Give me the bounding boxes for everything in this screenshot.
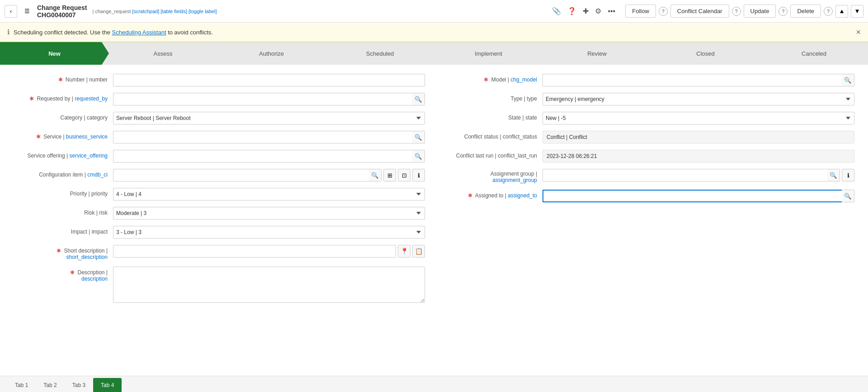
hamburger-button[interactable]: ☰ — [21, 5, 33, 18]
assignment-group-field-wrapper: ITSM Engineering 🔍 ℹ — [542, 169, 854, 182]
form-right: ✱ Model | chg_model 🔍 Type | type Emerge… — [443, 74, 854, 309]
progress-step-closed[interactable]: Closed — [651, 42, 760, 65]
settings-button[interactable]: ⚙ — [595, 7, 601, 15]
assignment-group-info-button[interactable]: ℹ — [842, 169, 854, 182]
scheduling-assistant-link[interactable]: Scheduling Assistant — [112, 29, 166, 36]
assigned-to-search-button[interactable]: 🔍 — [842, 190, 854, 202]
alert-message: Scheduling conflict detected. Use the Sc… — [14, 29, 213, 36]
priority-row: Priority | priority 4 - Low | 4 — [14, 188, 425, 201]
help-circle-button[interactable]: ❓ — [567, 7, 576, 15]
model-search-button[interactable]: 🔍 — [842, 74, 854, 86]
follow-help-button[interactable]: ? — [659, 7, 668, 16]
short-description-label: ✱ Short description | short_description — [14, 245, 113, 260]
description-textarea[interactable] — [113, 267, 425, 303]
progress-step-canceled[interactable]: Canceled — [760, 42, 868, 65]
header-left: ‹ ☰ Change Request CHG0040007 | change_r… — [5, 4, 217, 19]
back-button[interactable]: ‹ — [5, 5, 17, 18]
state-select[interactable]: New | -5 — [542, 112, 854, 124]
alert-icon: ℹ — [7, 28, 10, 36]
config-item-row: Configuration item | cmdb_ci Application… — [14, 169, 425, 182]
risk-row: Risk | risk Moderate | 3 — [14, 207, 425, 220]
description-row: ✱ Description | description — [14, 267, 425, 303]
more-button[interactable]: ••• — [608, 7, 615, 15]
progress-step-authorize[interactable]: Authorize — [217, 42, 326, 65]
service-input[interactable] — [113, 131, 412, 143]
short-description-input[interactable] — [113, 245, 396, 258]
requested-by-search-button[interactable]: 🔍 — [412, 93, 425, 105]
nav-up-button[interactable]: ▲ — [835, 5, 848, 18]
header-action-buttons: Follow ? Conflict Calendar ? Update ? De… — [625, 5, 863, 18]
table-fields-link[interactable]: [table fields] — [160, 9, 187, 14]
config-item-input[interactable]: ApplicationServerPeopleSoft — [113, 169, 369, 182]
impact-label: Impact | impact — [14, 226, 113, 235]
conflict-last-run-value: 2023-12-28 06:26:21 — [542, 150, 854, 163]
conflict-calendar-help-button[interactable]: ? — [732, 7, 741, 16]
category-select[interactable]: Server Reboot | Server Reboot — [113, 112, 425, 124]
progress-step-implement[interactable]: Implement — [434, 42, 543, 65]
follow-button[interactable]: Follow — [625, 5, 656, 18]
type-select[interactable]: Emergency | emergency — [542, 93, 854, 105]
risk-label: Risk | risk — [14, 207, 113, 216]
conflict-calendar-button[interactable]: Conflict Calendar — [670, 5, 729, 18]
assigned-to-row: ✱ Assigned to | assigned_to 🔍 — [443, 190, 854, 202]
record-id-label: CHG0040007 — [37, 11, 87, 19]
short-description-copy-button[interactable]: 📋 — [412, 245, 425, 258]
progress-step-review[interactable]: Review — [542, 42, 651, 65]
delete-help-button[interactable]: ? — [824, 7, 833, 16]
conflict-status-label: Conflict status | conflict_status — [443, 131, 542, 140]
config-item-info-button[interactable]: ℹ — [412, 169, 425, 182]
priority-select[interactable]: 4 - Low | 4 — [113, 188, 425, 201]
config-item-field-wrapper: ApplicationServerPeopleSoft 🔍 ⊞ ⊡ ℹ — [113, 169, 425, 182]
update-button[interactable]: Update — [744, 5, 776, 18]
requested-by-label: ✱ Requested by | requested_by — [14, 93, 113, 102]
risk-select[interactable]: Moderate | 3 — [113, 207, 425, 220]
conflict-last-run-label: Conflict last run | conflict_last_run — [443, 150, 542, 159]
conflict-status-value: Conflict | Conflict — [542, 131, 854, 143]
state-row: State | state New | -5 — [443, 112, 854, 124]
assigned-to-label: ✱ Assigned to | assigned_to — [443, 190, 542, 199]
config-item-hierarchy-button[interactable]: ⊞ — [383, 169, 396, 182]
service-row: ✱ Service | business_service 🔍 — [14, 131, 425, 143]
category-row: Category | category Server Reboot | Serv… — [14, 112, 425, 124]
service-offering-search-button[interactable]: 🔍 — [412, 150, 425, 163]
service-offering-row: Service offering | service_offering 🔍 — [14, 150, 425, 163]
number-row: ✱ Number | number — [14, 74, 425, 86]
model-input[interactable] — [542, 74, 842, 86]
attach-button[interactable]: 📎 — [552, 7, 561, 15]
assignment-group-input[interactable]: ITSM Engineering — [542, 169, 827, 182]
assigned-to-input[interactable] — [542, 190, 842, 202]
header-icons: 📎 ❓ ✚ ⚙ ••• Follow ? Conflict Calendar ?… — [552, 5, 863, 18]
config-item-copy-button[interactable]: ⊡ — [398, 169, 410, 182]
alert-banner: ℹ Scheduling conflict detected. Use the … — [0, 23, 868, 42]
description-label: ✱ Description | description — [14, 267, 113, 282]
model-label: ✱ Model | chg_model — [443, 74, 542, 83]
number-input[interactable] — [113, 74, 425, 86]
service-offering-input[interactable] — [113, 150, 412, 163]
record-type-label: Change Request — [37, 4, 87, 11]
service-search-button[interactable]: 🔍 — [412, 131, 425, 143]
requested-by-input[interactable] — [113, 93, 412, 105]
impact-row: Impact | impact 3 - Low | 3 — [14, 226, 425, 239]
scratchpad-link[interactable]: [scratchpad] — [132, 9, 159, 14]
progress-step-scheduled[interactable]: Scheduled — [326, 42, 434, 65]
progress-step-assess[interactable]: Assess — [108, 42, 217, 65]
config-item-search-button[interactable]: 🔍 — [369, 169, 382, 182]
header-title: Change Request CHG0040007 — [37, 4, 87, 19]
toggle-label-link[interactable]: [toggle label] — [189, 9, 217, 14]
progress-step-new[interactable]: New — [0, 42, 109, 65]
state-label: State | state — [443, 112, 542, 121]
alert-close-button[interactable]: × — [856, 28, 861, 36]
plus-button[interactable]: ✚ — [583, 7, 589, 15]
assigned-to-field-wrapper: 🔍 — [542, 190, 854, 202]
impact-select[interactable]: 3 - Low | 3 — [113, 226, 425, 239]
delete-button[interactable]: Delete — [790, 5, 821, 18]
category-label: Category | category — [14, 112, 113, 121]
service-label: ✱ Service | business_service — [14, 131, 113, 140]
assignment-group-search-button[interactable]: 🔍 — [827, 169, 840, 182]
service-offering-field-wrapper: 🔍 — [113, 150, 425, 163]
header-meta: | change_request [scratchpad] [table fie… — [92, 9, 217, 14]
short-description-location-button[interactable]: 📍 — [398, 245, 410, 258]
update-help-button[interactable]: ? — [778, 7, 788, 16]
nav-down-button[interactable]: ▼ — [851, 5, 863, 18]
number-label: ✱ Number | number — [14, 74, 113, 83]
